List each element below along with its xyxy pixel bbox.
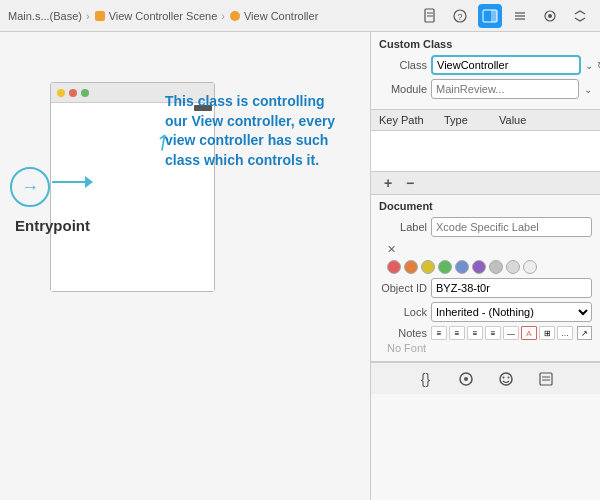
entrypoint-arrow: → (10, 167, 50, 207)
svg-point-17 (502, 376, 504, 378)
align-justify-icon[interactable]: ≡ (485, 326, 501, 340)
inspector-icon (482, 9, 498, 23)
svg-point-18 (507, 376, 509, 378)
image-icon[interactable]: ⊞ (539, 326, 555, 340)
color-dot-yellow[interactable] (421, 260, 435, 274)
lib-icon-btn[interactable] (538, 4, 562, 28)
svg-point-15 (464, 377, 468, 381)
col-value: Value (499, 114, 592, 126)
canvas-panel: → ↙ This class is controlling our View c… (0, 32, 370, 500)
color-text-icon[interactable]: A (521, 326, 537, 340)
object-id-input[interactable] (431, 278, 592, 298)
notes-expand-btn[interactable]: ↗ (577, 326, 592, 340)
color-picker-row (379, 258, 592, 278)
inspector-panel: Custom Class Class ⌄ ↻ Module ⌄ Key Path… (370, 32, 600, 500)
traffic-light-yellow (57, 89, 65, 97)
no-font-label: No Font (379, 340, 592, 356)
class-label: Class (379, 59, 427, 71)
breadcrumb: Main.s...(Base) › View Controller Scene … (8, 10, 414, 22)
toolbar-icons: ? (418, 4, 592, 28)
circle-dot-icon (458, 371, 474, 387)
main-content: → ↙ This class is controlling our View c… (0, 32, 600, 500)
attributes-header: Key Path Type Value (371, 110, 600, 131)
doc-icon-btn[interactable] (418, 4, 442, 28)
label-input[interactable] (431, 217, 592, 237)
class-chevron[interactable]: ⌄ (585, 55, 593, 75)
question-icon-btn[interactable]: ? (448, 4, 472, 28)
list-icon-btn[interactable] (534, 367, 558, 391)
object-id-row: Object ID (379, 278, 592, 298)
align-left-icon[interactable]: ≡ (431, 326, 447, 340)
lock-row: Lock Inherited - (Nothing) (379, 302, 592, 322)
object-id-label: Object ID (379, 282, 427, 294)
toolbar: Main.s...(Base) › View Controller Scene … (0, 0, 600, 32)
label-field-row: Label (379, 217, 592, 237)
traffic-lights (57, 89, 89, 97)
lock-label: Lock (379, 306, 427, 318)
svg-rect-8 (491, 10, 497, 22)
expand-icon-btn[interactable] (568, 4, 592, 28)
lock-select[interactable]: Inherited - (Nothing) (431, 302, 592, 322)
class-field-row: Class ⌄ ↻ (379, 55, 592, 75)
col-type: Type (444, 114, 499, 126)
traffic-light-red (69, 89, 77, 97)
circle-dot-icon-btn[interactable] (454, 367, 478, 391)
breadcrumb-part1: Main.s...(Base) (8, 10, 82, 22)
class-input[interactable] (431, 55, 581, 75)
svg-point-16 (500, 373, 512, 385)
align-right-icon[interactable]: ≡ (467, 326, 483, 340)
list-icon (538, 371, 554, 387)
attributes-body (371, 131, 600, 171)
breadcrumb-part2: View Controller Scene (109, 10, 218, 22)
doc-icon (423, 8, 437, 24)
notes-row: Notes ≡ ≡ ≡ ≡ — A ⊞ … ↗ (379, 326, 592, 340)
remove-attr-button[interactable]: − (401, 175, 419, 191)
dash-icon[interactable]: — (503, 326, 519, 340)
color-dot-gray1[interactable] (489, 260, 503, 274)
color-dot-blue[interactable] (455, 260, 469, 274)
module-field-row: Module ⌄ (379, 79, 592, 99)
document-title: Document (379, 200, 592, 212)
arrow-circle: → (10, 167, 50, 207)
breadcrumb-part3: View Controller (244, 10, 318, 22)
add-attr-button[interactable]: + (379, 175, 397, 191)
smiley-icon (498, 371, 514, 387)
storyboard-icon (94, 10, 106, 22)
breadcrumb-sep1: › (86, 10, 90, 22)
module-label: Module (379, 83, 427, 95)
color-dot-gray2[interactable] (506, 260, 520, 274)
module-input[interactable] (431, 79, 579, 99)
svg-rect-0 (95, 11, 105, 21)
inspector-icon-btn[interactable] (478, 4, 502, 28)
svg-text:?: ? (457, 12, 462, 22)
color-dot-red[interactable] (387, 260, 401, 274)
code-icon-btn[interactable]: {} (414, 367, 438, 391)
notes-label: Notes (379, 327, 427, 339)
nav-icon-btn[interactable] (508, 4, 532, 28)
more-icon[interactable]: … (557, 326, 573, 340)
inspector-bottom-toolbar: {} (371, 362, 600, 394)
svg-rect-19 (540, 373, 552, 385)
label-field-label: Label (379, 221, 427, 233)
document-section: Document Label ✕ (371, 195, 600, 362)
align-center-icon[interactable]: ≡ (449, 326, 465, 340)
notes-icons: ≡ ≡ ≡ ≡ — A ⊞ … (431, 326, 573, 340)
svg-point-13 (548, 14, 552, 18)
canvas-area: → ↙ This class is controlling our View c… (0, 32, 370, 500)
color-dot-orange[interactable] (404, 260, 418, 274)
color-dot-green[interactable] (438, 260, 452, 274)
color-dot-purple[interactable] (472, 260, 486, 274)
module-chevron[interactable]: ⌄ (583, 79, 592, 99)
traffic-light-green (81, 89, 89, 97)
breadcrumb-sep2: › (221, 10, 225, 22)
smiley-icon-btn[interactable] (494, 367, 518, 391)
custom-class-title: Custom Class (379, 38, 592, 50)
lib-icon (543, 9, 557, 23)
color-circles (387, 260, 584, 274)
runtime-attributes-section: Key Path Type Value + − (371, 110, 600, 195)
col-key-path: Key Path (379, 114, 444, 126)
color-dot-gray3[interactable] (523, 260, 537, 274)
custom-class-section: Custom Class Class ⌄ ↻ Module ⌄ (371, 32, 600, 110)
x-mark: ✕ (379, 241, 592, 258)
attr-controls: + − (371, 171, 600, 194)
